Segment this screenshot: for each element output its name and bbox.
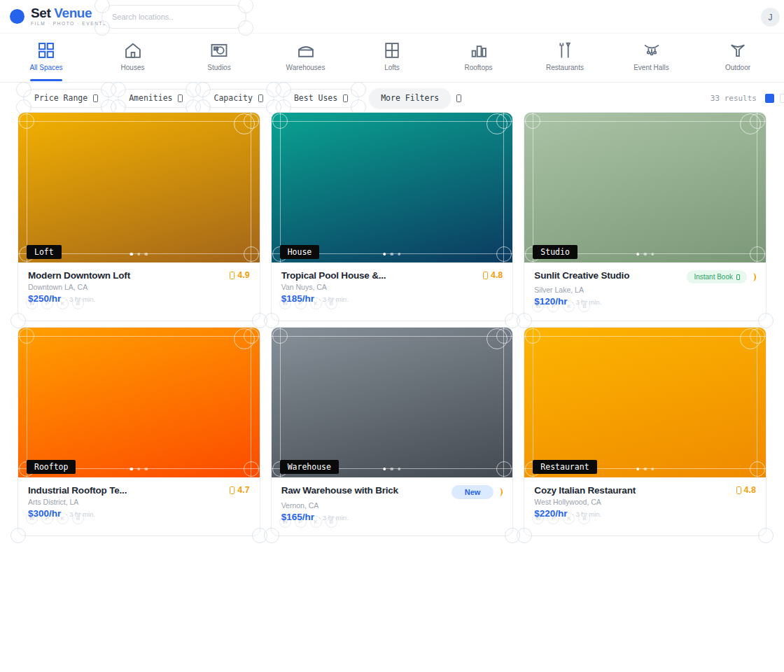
grid-view-icon[interactable] (765, 94, 774, 103)
carousel-dot[interactable] (651, 253, 654, 256)
list-view-icon[interactable] (780, 94, 784, 103)
min-hours: · 3 hr min. (65, 510, 95, 518)
carousel-dot[interactable] (383, 253, 386, 256)
corner-mark (758, 528, 774, 543)
carousel-dot[interactable] (130, 468, 134, 471)
chevron-down-icon (93, 94, 98, 102)
search-input[interactable] (112, 13, 236, 21)
nav-label: Warehouses (286, 64, 326, 71)
rating-value: 4.7 (237, 485, 249, 495)
nav-item-houses[interactable]: Houses (101, 34, 165, 82)
search-box[interactable] (102, 5, 246, 29)
carousel-dots[interactable] (130, 253, 148, 256)
carousel-dot[interactable] (643, 253, 647, 256)
favorite-circle-icon[interactable] (486, 113, 507, 134)
carousel-dot[interactable] (398, 468, 401, 471)
capacity-filter[interactable]: Capacity (202, 89, 274, 108)
nav-item-all-spaces[interactable]: All Spaces (14, 34, 78, 82)
venue-card[interactable]: Studio Sunlit Creative Studio Instant Bo… (524, 112, 766, 321)
nav-item-restaurants[interactable]: Restaurants (533, 34, 597, 82)
nav-label: Lofts (384, 64, 400, 71)
favorite-circle-icon[interactable] (486, 328, 507, 349)
corner-mark (19, 113, 34, 129)
nav-item-studios[interactable]: Studios (187, 34, 251, 82)
venue-location: Silver Lake, LA (534, 286, 756, 294)
carousel-dots[interactable] (130, 468, 148, 471)
corner-mark (272, 113, 288, 129)
carousel-dot[interactable] (145, 468, 148, 471)
lightning-icon (736, 274, 740, 280)
app-header: Set Venue FILM · PHOTO · EVENTS J (0, 0, 784, 34)
corner-mark (266, 82, 281, 97)
best-uses-filter[interactable]: Best Uses (283, 89, 359, 108)
carousel-dot[interactable] (137, 468, 141, 471)
carousel-dots[interactable] (383, 253, 401, 256)
house-icon (123, 41, 143, 60)
star-icon (483, 272, 488, 279)
category-tag: Studio (533, 245, 578, 259)
favorite-circle-icon[interactable] (234, 113, 255, 134)
favorite-circle-icon[interactable] (740, 328, 761, 349)
carousel-dot[interactable] (651, 468, 654, 471)
star-icon (230, 272, 234, 279)
star-icon (736, 486, 741, 494)
carousel-dot[interactable] (643, 468, 647, 471)
venue-price: $165/hr (281, 512, 314, 522)
corner-mark (276, 82, 291, 97)
carousel-dots[interactable] (636, 468, 654, 471)
venue-location: West Hollywood, CA (534, 498, 756, 506)
venue-card[interactable]: Loft Modern Downtown Loft 4.9 Downtown L… (18, 112, 260, 321)
carousel-dot[interactable] (130, 253, 134, 256)
carousel-dot[interactable] (137, 253, 141, 256)
corner-mark (111, 82, 126, 97)
carousel-dots[interactable] (383, 468, 401, 471)
nav-item-lofts[interactable]: Lofts (360, 34, 424, 82)
corner-mark (505, 313, 520, 328)
venue-card[interactable]: Warehouse Raw Warehouse with Brick New (271, 327, 514, 536)
nav-item-warehouses[interactable]: Warehouses (274, 34, 338, 82)
price-range-filter[interactable]: Price Range (23, 89, 109, 108)
venue-location: Van Nuys, CA (281, 283, 503, 291)
filter-label: Capacity (214, 93, 252, 103)
carousel-dot[interactable] (391, 468, 394, 471)
venue-location: Vernon, CA (281, 501, 503, 510)
favorite-circle-icon[interactable] (740, 113, 761, 134)
rating-value: 4.8 (744, 485, 756, 495)
venue-card[interactable]: House Tropical Pool House &... 4.8 Van N… (271, 112, 514, 321)
carousel-dot[interactable] (398, 253, 401, 256)
carousel-dot[interactable] (636, 253, 640, 256)
chevron-down-icon (178, 94, 183, 102)
venue-card[interactable]: Rooftop Industrial Rooftop Te... 4.7 Art… (18, 327, 260, 536)
nav-item-outdoor[interactable]: Outdoor (706, 34, 770, 82)
carousel-dot[interactable] (636, 468, 640, 471)
card-image: House (272, 113, 513, 262)
logo[interactable]: Set Venue FILM · PHOTO · EVENTS (10, 6, 107, 27)
corner-mark (496, 246, 512, 262)
corner-mark (16, 82, 31, 97)
amenities-filter[interactable]: Amenities (118, 89, 194, 108)
min-hours: · 3 hr min. (318, 295, 349, 303)
nav-label: Houses (121, 64, 145, 71)
venue-price: $185/hr (281, 293, 314, 304)
carousel-dot[interactable] (391, 253, 394, 256)
avatar[interactable]: J (761, 8, 780, 27)
nav-item-event-halls[interactable]: Event Halls (620, 34, 684, 82)
carousel-dot[interactable] (383, 468, 386, 471)
badge-wrap: New (451, 485, 503, 499)
favorite-circle-icon[interactable] (234, 328, 255, 349)
nav-label: Restaurants (546, 64, 584, 71)
carousel-dots[interactable] (636, 253, 654, 256)
category-nav: All Spaces Houses Studios Warehouses Lof… (0, 34, 784, 83)
corner-mark (517, 528, 532, 543)
nav-item-rooftops[interactable]: Rooftops (447, 34, 511, 82)
category-tag: Warehouse (280, 460, 339, 474)
active-underline (30, 79, 62, 82)
corner-mark (750, 461, 765, 477)
venue-card[interactable]: Restaurant Cozy Italian Restaurant 4.8 W… (524, 327, 766, 536)
venue-title: Industrial Rooftop Te... (28, 485, 127, 496)
corner-mark (186, 82, 201, 97)
corner-mark (272, 328, 288, 344)
more-filters-button[interactable]: More Filters (369, 88, 451, 108)
corner-mark (264, 528, 279, 543)
carousel-dot[interactable] (145, 253, 148, 256)
